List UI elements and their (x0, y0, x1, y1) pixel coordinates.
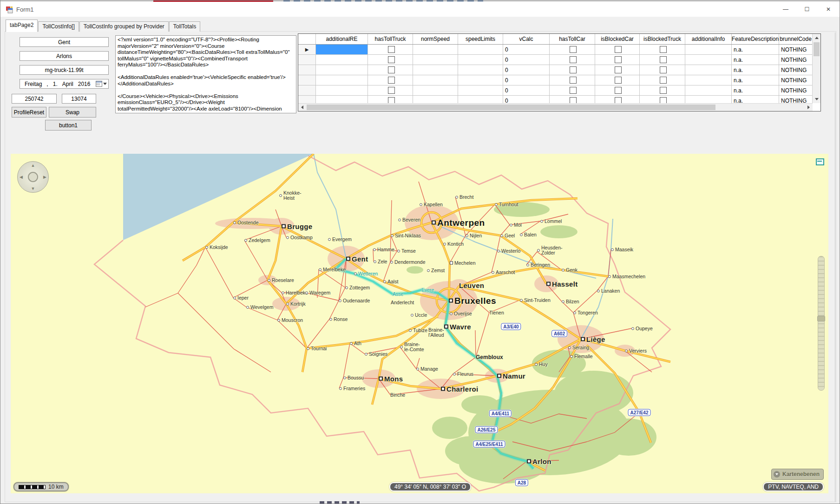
grid-cell-vCalc[interactable]: 0 (503, 45, 550, 54)
grid-cell-rowheader[interactable] (298, 75, 316, 85)
grid-cell-isBlockedCar[interactable] (595, 75, 640, 85)
grid-column-header-vCalc[interactable]: vCalc (503, 34, 550, 44)
grid-cell-hasTollTruck[interactable] (368, 55, 413, 65)
hasTollTruck-checkbox[interactable] (388, 87, 395, 94)
grid-column-header-isBlockedCar[interactable]: isBlockedCar (595, 34, 640, 44)
calendar-dropdown-icon[interactable] (96, 81, 107, 87)
grid-cell-vCalc[interactable]: 0 (503, 75, 550, 85)
grid-cell-brunnelCode[interactable]: NOTHING (779, 75, 813, 85)
grid-cell-FeatureDescription[interactable]: n.a. (732, 65, 779, 75)
pan-down-icon[interactable]: ▼ (31, 186, 35, 191)
grid-cell-hasTollCar[interactable] (550, 65, 595, 75)
grid-cell-brunnelCode[interactable]: NOTHING (779, 55, 813, 65)
hasTollTruck-checkbox[interactable] (388, 56, 395, 63)
isBlockedCar-checkbox[interactable] (615, 87, 622, 94)
route-map[interactable]: Knokke- HeistBrechtKapellenTurnhoutOoste… (11, 154, 828, 493)
grid-column-header-brunnelCode[interactable]: brunnelCode (779, 34, 813, 44)
grid-column-header-FeatureDescription[interactable]: FeatureDescription (732, 34, 779, 44)
grid-cell-additionalRE[interactable] (316, 45, 368, 54)
tab-tabpage2[interactable]: tabPage2 (6, 20, 38, 32)
grid-cell-rowheader[interactable]: ▶ (298, 45, 316, 54)
close-button[interactable]: ✕ (818, 2, 839, 17)
grid-cell-additionalRE[interactable] (316, 85, 368, 95)
grid-vertical-scrollbar[interactable] (812, 34, 820, 103)
grid-cell-normSpeed[interactable] (413, 55, 458, 65)
hasTollTruck-checkbox[interactable] (388, 46, 395, 53)
destination-input[interactable]: Arlons (20, 51, 109, 61)
tab-tollcostinfo-grouped-by-provider[interactable]: TollCostInfo grouped by Provider (79, 21, 169, 32)
time-value-field[interactable]: 13074 (62, 94, 96, 104)
isBlockedTruck-checkbox[interactable] (660, 66, 667, 73)
profile-reset-button[interactable]: ProfileReset (12, 107, 46, 118)
kartenebenen-button[interactable]: Kartenebenen (771, 469, 824, 480)
hasTollCar-checkbox[interactable] (570, 46, 577, 53)
isBlockedTruck-checkbox[interactable] (660, 87, 667, 94)
grid-horizontal-scrollbar[interactable] (298, 103, 813, 111)
pan-center-icon[interactable] (28, 172, 38, 182)
grid-cell-FeatureDescription[interactable]: n.a. (732, 75, 779, 85)
grid-cell-speedLimits[interactable] (458, 75, 503, 85)
grid-cell-vCalc[interactable]: 0 (503, 55, 550, 65)
grid-cell-brunnelCode[interactable]: NOTHING (779, 45, 813, 54)
swap-button[interactable]: Swap (49, 107, 96, 118)
xml-profile-textbox[interactable]: <?xml version="1.0" encoding="UTF-8"?><P… (115, 35, 296, 113)
isBlockedTruck-checkbox[interactable] (660, 77, 667, 84)
grid-cell-rowheader[interactable] (298, 55, 316, 65)
grid-cell-rowheader[interactable] (298, 85, 316, 95)
grid-cell-normSpeed[interactable] (413, 65, 458, 75)
grid-cell-normSpeed[interactable] (413, 85, 458, 95)
grid-column-header-speedLimits[interactable]: speedLimits (458, 34, 503, 44)
isBlockedCar-checkbox[interactable] (615, 46, 622, 53)
grid-cell-isBlockedTruck[interactable] (640, 65, 685, 75)
pan-up-icon[interactable]: ▲ (31, 163, 35, 168)
date-day[interactable]: 1. (48, 81, 58, 87)
hasTollTruck-checkbox[interactable] (388, 66, 395, 73)
hasTollCar-checkbox[interactable] (570, 77, 577, 84)
zoom-slider-thumb[interactable] (817, 316, 825, 321)
distance-value-field[interactable]: 250742 (12, 94, 57, 104)
grid-cell-FeatureDescription[interactable]: n.a. (732, 45, 779, 54)
scroll-down-icon[interactable] (813, 95, 820, 103)
grid-cell-FeatureDescription[interactable]: n.a. (732, 85, 779, 95)
isBlockedTruck-checkbox[interactable] (660, 46, 667, 53)
grid-column-header-additionalInfo[interactable]: additionalInfo (685, 34, 732, 44)
scroll-left-icon[interactable] (298, 104, 306, 111)
grid-cell-isBlockedCar[interactable] (595, 85, 640, 95)
grid-cell-hasTollCar[interactable] (550, 75, 595, 85)
grid-cell-additionalInfo[interactable] (685, 75, 732, 85)
isBlockedCar-checkbox[interactable] (615, 66, 622, 73)
grid-cell-vCalc[interactable]: 0 (503, 65, 550, 75)
grid-column-header-normSpeed[interactable]: normSpeed (413, 34, 458, 44)
hasTollCar-checkbox[interactable] (570, 87, 577, 94)
grid-cell-hasTollCar[interactable] (550, 55, 595, 65)
grid-cell-speedLimits[interactable] (458, 55, 503, 65)
grid-cell-additionalRE[interactable] (316, 75, 368, 85)
pan-compass[interactable]: ▲ ▼ ◀ ▶ (17, 161, 49, 193)
grid-cell-additionalRE[interactable] (316, 65, 368, 75)
vehicle-profile-input[interactable]: mg-truck-11.99t (20, 65, 109, 75)
grid-cell-isBlockedCar[interactable] (595, 65, 640, 75)
zoom-slider[interactable] (818, 256, 825, 391)
date-year[interactable]: 2016 (73, 81, 91, 87)
scroll-right-icon[interactable] (805, 104, 813, 111)
grid-cell-rowheader[interactable] (298, 65, 316, 75)
tab-tolltotals[interactable]: TollTotals (169, 21, 200, 32)
grid-cell-isBlockedTruck[interactable] (640, 85, 685, 95)
grid-cell-hasTollTruck[interactable] (368, 45, 413, 54)
date-picker[interactable]: Freitag , 1. April 2016 (20, 79, 109, 89)
grid-cell-hasTollTruck[interactable] (368, 65, 413, 75)
hscroll-thumb[interactable] (307, 105, 715, 110)
button1[interactable]: button1 (45, 120, 92, 131)
hasTollTruck-checkbox[interactable] (388, 77, 395, 84)
pan-right-icon[interactable]: ▶ (43, 175, 46, 179)
maximize-button[interactable]: ☐ (796, 2, 818, 17)
hasTollCar-checkbox[interactable] (570, 66, 577, 73)
grid-cell-speedLimits[interactable] (458, 65, 503, 75)
hasTollCar-checkbox[interactable] (570, 56, 577, 63)
origin-input[interactable]: Gent (20, 37, 109, 47)
grid-cell-additionalRE[interactable] (316, 55, 368, 65)
grid-cell-FeatureDescription[interactable]: n.a. (732, 55, 779, 65)
minimize-button[interactable]: — (775, 2, 796, 17)
grid-column-header-rowheader[interactable] (298, 34, 316, 44)
grid-cell-hasTollCar[interactable] (550, 85, 595, 95)
